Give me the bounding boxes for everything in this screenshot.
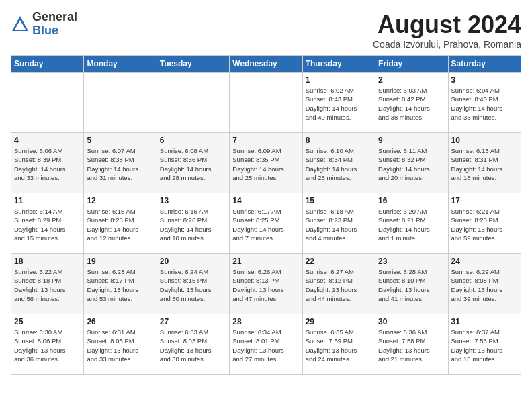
day-info: Sunrise: 6:26 AM Sunset: 8:13 PM Dayligh…: [232, 267, 299, 303]
day-number: 24: [451, 257, 518, 266]
day-number: 5: [87, 136, 153, 145]
calendar-cell: 3Sunrise: 6:04 AM Sunset: 8:40 PM Daylig…: [448, 73, 521, 133]
day-number: 21: [232, 257, 299, 266]
day-info: Sunrise: 6:29 AM Sunset: 8:08 PM Dayligh…: [451, 267, 518, 303]
page-header: General Blue August 2024 Coada Izvorului…: [11, 11, 521, 50]
day-info: Sunrise: 6:35 AM Sunset: 7:59 PM Dayligh…: [306, 328, 372, 363]
logo-text: General Blue: [32, 11, 77, 38]
day-info: Sunrise: 6:10 AM Sunset: 8:34 PM Dayligh…: [306, 146, 372, 182]
calendar-cell: 21Sunrise: 6:26 AM Sunset: 8:13 PM Dayli…: [230, 254, 302, 314]
day-info: Sunrise: 6:36 AM Sunset: 7:58 PM Dayligh…: [378, 328, 445, 363]
day-number: 1: [306, 75, 372, 85]
day-info: Sunrise: 6:22 AM Sunset: 8:18 PM Dayligh…: [14, 267, 81, 303]
calendar-cell: 15Sunrise: 6:18 AM Sunset: 8:23 PM Dayli…: [302, 193, 375, 254]
calendar-cell: 27Sunrise: 6:33 AM Sunset: 8:03 PM Dayli…: [157, 314, 229, 375]
calendar-week-row: 18Sunrise: 6:22 AM Sunset: 8:18 PM Dayli…: [11, 254, 521, 314]
day-number: 23: [378, 257, 445, 266]
day-number: 25: [14, 317, 81, 326]
calendar-cell: 9Sunrise: 6:11 AM Sunset: 8:32 PM Daylig…: [375, 133, 448, 193]
day-number: 7: [232, 136, 299, 145]
calendar-cell: [230, 73, 302, 133]
day-number: 22: [306, 257, 372, 266]
calendar-week-row: 4Sunrise: 6:06 AM Sunset: 8:39 PM Daylig…: [11, 133, 521, 193]
calendar-cell: 18Sunrise: 6:22 AM Sunset: 8:18 PM Dayli…: [11, 254, 84, 314]
day-info: Sunrise: 6:33 AM Sunset: 8:03 PM Dayligh…: [160, 328, 226, 363]
calendar-cell: [11, 73, 84, 133]
day-number: 10: [451, 136, 518, 145]
day-info: Sunrise: 6:24 AM Sunset: 8:15 PM Dayligh…: [160, 267, 226, 303]
calendar-cell: 25Sunrise: 6:30 AM Sunset: 8:06 PM Dayli…: [11, 314, 84, 375]
title-block: August 2024 Coada Izvorului, Prahova, Ro…: [373, 11, 521, 50]
day-number: 18: [14, 257, 81, 266]
col-header-wednesday: Wednesday: [230, 56, 302, 73]
calendar-cell: 19Sunrise: 6:23 AM Sunset: 8:17 PM Dayli…: [84, 254, 157, 314]
calendar-cell: 16Sunrise: 6:20 AM Sunset: 8:21 PM Dayli…: [375, 193, 448, 254]
calendar-week-row: 1Sunrise: 6:02 AM Sunset: 8:43 PM Daylig…: [11, 73, 521, 133]
day-info: Sunrise: 6:14 AM Sunset: 8:29 PM Dayligh…: [14, 207, 81, 242]
calendar-cell: 5Sunrise: 6:07 AM Sunset: 8:38 PM Daylig…: [84, 133, 157, 193]
calendar-cell: 7Sunrise: 6:09 AM Sunset: 8:35 PM Daylig…: [230, 133, 302, 193]
calendar-cell: 2Sunrise: 6:03 AM Sunset: 8:42 PM Daylig…: [375, 73, 448, 133]
month-year-title: August 2024: [373, 11, 521, 39]
logo-icon: [11, 15, 30, 34]
day-info: Sunrise: 6:30 AM Sunset: 8:06 PM Dayligh…: [14, 328, 81, 363]
logo-blue-text: Blue: [32, 24, 77, 38]
day-number: 13: [160, 196, 226, 205]
calendar-cell: 26Sunrise: 6:31 AM Sunset: 8:05 PM Dayli…: [84, 314, 157, 375]
col-header-tuesday: Tuesday: [157, 56, 229, 73]
day-info: Sunrise: 6:02 AM Sunset: 8:43 PM Dayligh…: [306, 86, 372, 122]
calendar-cell: 17Sunrise: 6:21 AM Sunset: 8:20 PM Dayli…: [448, 193, 521, 254]
day-number: 19: [87, 257, 153, 266]
calendar-cell: 13Sunrise: 6:16 AM Sunset: 8:26 PM Dayli…: [157, 193, 229, 254]
day-number: 3: [451, 75, 518, 85]
day-number: 2: [378, 75, 445, 85]
calendar-cell: [157, 73, 229, 133]
day-info: Sunrise: 6:17 AM Sunset: 8:25 PM Dayligh…: [232, 207, 299, 242]
calendar-cell: 10Sunrise: 6:13 AM Sunset: 8:31 PM Dayli…: [448, 133, 521, 193]
logo: General Blue: [11, 11, 77, 38]
col-header-sunday: Sunday: [11, 56, 84, 73]
day-number: 27: [160, 317, 226, 326]
calendar-week-row: 11Sunrise: 6:14 AM Sunset: 8:29 PM Dayli…: [11, 193, 521, 254]
day-info: Sunrise: 6:07 AM Sunset: 8:38 PM Dayligh…: [87, 146, 153, 182]
day-info: Sunrise: 6:28 AM Sunset: 8:10 PM Dayligh…: [378, 267, 445, 303]
day-number: 8: [306, 136, 372, 145]
calendar-cell: 29Sunrise: 6:35 AM Sunset: 7:59 PM Dayli…: [302, 314, 375, 375]
col-header-saturday: Saturday: [448, 56, 521, 73]
day-number: 9: [378, 136, 445, 145]
day-info: Sunrise: 6:18 AM Sunset: 8:23 PM Dayligh…: [306, 207, 372, 242]
col-header-thursday: Thursday: [302, 56, 375, 73]
calendar-cell: [84, 73, 157, 133]
day-info: Sunrise: 6:34 AM Sunset: 8:01 PM Dayligh…: [232, 328, 299, 363]
day-info: Sunrise: 6:31 AM Sunset: 8:05 PM Dayligh…: [87, 328, 153, 363]
calendar-cell: 14Sunrise: 6:17 AM Sunset: 8:25 PM Dayli…: [230, 193, 302, 254]
day-number: 14: [232, 196, 299, 205]
calendar-cell: 23Sunrise: 6:28 AM Sunset: 8:10 PM Dayli…: [375, 254, 448, 314]
day-info: Sunrise: 6:27 AM Sunset: 8:12 PM Dayligh…: [306, 267, 372, 303]
calendar-cell: 28Sunrise: 6:34 AM Sunset: 8:01 PM Dayli…: [230, 314, 302, 375]
day-info: Sunrise: 6:06 AM Sunset: 8:39 PM Dayligh…: [14, 146, 81, 182]
calendar-cell: 1Sunrise: 6:02 AM Sunset: 8:43 PM Daylig…: [302, 73, 375, 133]
calendar-table: SundayMondayTuesdayWednesdayThursdayFrid…: [11, 55, 521, 375]
day-info: Sunrise: 6:04 AM Sunset: 8:40 PM Dayligh…: [451, 86, 518, 122]
calendar-cell: 6Sunrise: 6:08 AM Sunset: 8:36 PM Daylig…: [157, 133, 229, 193]
day-info: Sunrise: 6:20 AM Sunset: 8:21 PM Dayligh…: [378, 207, 445, 242]
calendar-header-row: SundayMondayTuesdayWednesdayThursdayFrid…: [11, 56, 521, 73]
calendar-cell: 8Sunrise: 6:10 AM Sunset: 8:34 PM Daylig…: [302, 133, 375, 193]
day-info: Sunrise: 6:08 AM Sunset: 8:36 PM Dayligh…: [160, 146, 226, 182]
day-info: Sunrise: 6:13 AM Sunset: 8:31 PM Dayligh…: [451, 146, 518, 182]
calendar-cell: 30Sunrise: 6:36 AM Sunset: 7:58 PM Dayli…: [375, 314, 448, 375]
location-subtitle: Coada Izvorului, Prahova, Romania: [373, 39, 521, 50]
day-number: 17: [451, 196, 518, 205]
day-info: Sunrise: 6:23 AM Sunset: 8:17 PM Dayligh…: [87, 267, 153, 303]
day-info: Sunrise: 6:16 AM Sunset: 8:26 PM Dayligh…: [160, 207, 226, 242]
calendar-cell: 22Sunrise: 6:27 AM Sunset: 8:12 PM Dayli…: [302, 254, 375, 314]
day-number: 16: [378, 196, 445, 205]
calendar-cell: 20Sunrise: 6:24 AM Sunset: 8:15 PM Dayli…: [157, 254, 229, 314]
day-info: Sunrise: 6:03 AM Sunset: 8:42 PM Dayligh…: [378, 86, 445, 122]
logo-general-text: General: [32, 11, 77, 24]
day-info: Sunrise: 6:21 AM Sunset: 8:20 PM Dayligh…: [451, 207, 518, 242]
calendar-cell: 11Sunrise: 6:14 AM Sunset: 8:29 PM Dayli…: [11, 193, 84, 254]
day-number: 11: [14, 196, 81, 205]
col-header-monday: Monday: [84, 56, 157, 73]
